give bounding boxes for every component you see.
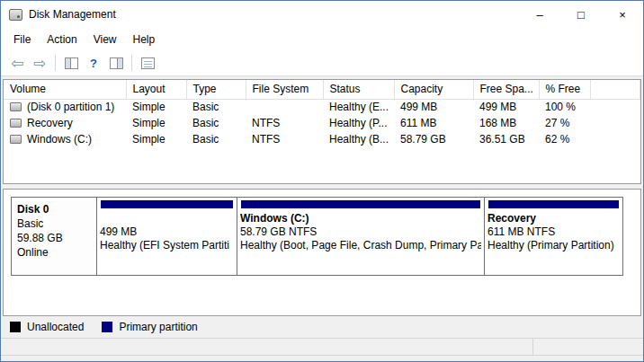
volume-icon bbox=[10, 102, 22, 111]
partition-efi[interactable]: 499 MB Healthy (EFI System Partiti bbox=[96, 197, 237, 276]
column-file-system[interactable]: File System bbox=[246, 80, 323, 99]
cell-type: Basic bbox=[186, 131, 246, 147]
status-bar bbox=[1, 338, 643, 356]
window-title: Disk Management bbox=[29, 8, 519, 21]
table-row[interactable]: (Disk 0 partition 1) Simple Basic Health… bbox=[4, 99, 640, 115]
cell-capacity: 611 MB bbox=[394, 115, 473, 131]
menu-view[interactable]: View bbox=[85, 31, 125, 49]
column-free-space[interactable]: Free Spa... bbox=[473, 80, 539, 99]
partition-recovery[interactable]: Recovery 611 MB NTFS Healthy (Primary Pa… bbox=[484, 197, 623, 276]
window-controls: – □ × bbox=[519, 1, 643, 28]
close-button[interactable]: × bbox=[602, 1, 643, 28]
disk-status: Online bbox=[17, 245, 91, 260]
cell-capacity: 499 MB bbox=[394, 99, 473, 115]
partition-title: Recovery bbox=[487, 212, 620, 225]
forward-icon: ⇨ bbox=[33, 56, 46, 71]
partition-title: Windows (C:) bbox=[240, 212, 481, 225]
partition-windows-c[interactable]: Windows (C:) 58.79 GB NTFS Healthy (Boot… bbox=[237, 197, 485, 276]
disk-size: 59.88 GB bbox=[17, 231, 91, 245]
table-row[interactable]: Recovery Simple Basic NTFS Healthy (P...… bbox=[4, 115, 640, 131]
legend-label: Unallocated bbox=[27, 321, 84, 333]
cell-pct-free: 27 % bbox=[539, 115, 590, 131]
cell-status: Healthy (E... bbox=[323, 99, 394, 115]
minimize-button[interactable]: – bbox=[519, 1, 560, 28]
disk-name: Disk 0 bbox=[17, 202, 91, 216]
cell-pct-free: 62 % bbox=[539, 131, 590, 147]
disk-management-window: Disk Management – □ × File Action View H… bbox=[0, 0, 644, 362]
cell-pct-free: 100 % bbox=[539, 99, 590, 115]
menu-bar: File Action View Help bbox=[1, 28, 643, 50]
cell-free-space: 168 MB bbox=[473, 115, 539, 131]
properties-button[interactable] bbox=[137, 53, 158, 73]
cell-filler bbox=[590, 115, 640, 131]
disk-management-app-icon bbox=[9, 9, 22, 21]
primary-partition-swatch bbox=[102, 322, 112, 332]
menu-action[interactable]: Action bbox=[39, 31, 85, 49]
cell-status: Healthy (P... bbox=[323, 115, 394, 131]
partition-size: 499 MB bbox=[100, 225, 234, 239]
cell-file-system bbox=[246, 99, 323, 115]
cell-filler bbox=[590, 99, 640, 115]
action-pane-icon bbox=[110, 57, 123, 69]
column-capacity[interactable]: Capacity bbox=[394, 80, 473, 99]
partition-status: Healthy (Primary Partition) bbox=[487, 239, 620, 252]
back-icon: ⇦ bbox=[11, 56, 23, 71]
volume-name: Windows (C:) bbox=[27, 133, 92, 146]
column-layout[interactable]: Layout bbox=[126, 80, 186, 99]
help-icon: ? bbox=[90, 57, 97, 70]
cell-type: Basic bbox=[186, 115, 246, 131]
legend-label: Primary partition bbox=[119, 321, 197, 333]
cell-type: Basic bbox=[186, 99, 246, 115]
column-filler bbox=[590, 80, 640, 99]
cell-status: Healthy (B... bbox=[323, 131, 394, 147]
cell-free-space: 499 MB bbox=[473, 99, 539, 115]
column-status[interactable]: Status bbox=[323, 80, 394, 99]
disk-0-row: Disk 0 Basic 59.88 GB Online 499 MB Heal… bbox=[11, 197, 633, 276]
menu-help[interactable]: Help bbox=[125, 31, 164, 49]
forward-button[interactable]: ⇨ bbox=[29, 53, 50, 73]
cell-capacity: 58.79 GB bbox=[394, 131, 473, 147]
title-bar: Disk Management – □ × bbox=[1, 1, 643, 28]
cell-filler bbox=[590, 131, 640, 147]
partition-color-bar bbox=[101, 200, 233, 208]
graphical-view-pane: Disk 0 Basic 59.88 GB Online 499 MB Heal… bbox=[3, 189, 641, 316]
volume-icon bbox=[10, 135, 22, 144]
show-action-pane-button[interactable] bbox=[105, 53, 127, 73]
console-tree-icon bbox=[65, 57, 78, 69]
volume-name: (Disk 0 partition 1) bbox=[27, 101, 114, 113]
partition-title bbox=[100, 212, 234, 225]
partition-color-bar bbox=[488, 200, 619, 208]
legend-bar: Unallocated Primary partition bbox=[1, 316, 643, 338]
column-type[interactable]: Type bbox=[186, 80, 246, 99]
partition-size: 58.79 GB NTFS bbox=[240, 225, 481, 239]
partition-size: 611 MB NTFS bbox=[487, 225, 620, 239]
partition-status: Healthy (EFI System Partiti bbox=[100, 239, 234, 252]
toolbar-separator bbox=[55, 55, 56, 71]
table-row[interactable]: Windows (C:) Simple Basic NTFS Healthy (… bbox=[4, 131, 640, 147]
volume-table-header: Volume Layout Type File System Status Ca… bbox=[4, 80, 640, 99]
volume-list-pane: Volume Layout Type File System Status Ca… bbox=[3, 79, 641, 184]
legend-primary-partition: Primary partition bbox=[102, 321, 197, 333]
toolbar-separator-2 bbox=[131, 55, 132, 71]
status-bar-right bbox=[533, 339, 643, 355]
cell-layout: Simple bbox=[126, 115, 186, 131]
cell-file-system: NTFS bbox=[246, 131, 323, 147]
status-bar-left bbox=[1, 339, 533, 355]
show-console-tree-button[interactable] bbox=[60, 53, 82, 73]
column-pct-free[interactable]: % Free bbox=[539, 80, 590, 99]
back-button[interactable]: ⇦ bbox=[6, 53, 28, 73]
volume-name: Recovery bbox=[27, 117, 73, 129]
unallocated-swatch bbox=[10, 322, 21, 332]
disk-type: Basic bbox=[17, 216, 91, 231]
menu-file[interactable]: File bbox=[5, 31, 39, 49]
disk-0-header[interactable]: Disk 0 Basic 59.88 GB Online bbox=[11, 197, 97, 276]
properties-icon bbox=[141, 57, 155, 69]
cell-free-space: 36.51 GB bbox=[473, 131, 539, 147]
maximize-button[interactable]: □ bbox=[560, 1, 602, 28]
toolbar: ⇦ ⇨ ? bbox=[1, 50, 643, 76]
cell-layout: Simple bbox=[126, 131, 186, 147]
help-button[interactable]: ? bbox=[83, 53, 104, 73]
column-volume[interactable]: Volume bbox=[4, 80, 126, 99]
partition-status: Healthy (Boot, Page File, Crash Dump, Pr… bbox=[240, 239, 481, 252]
cell-layout: Simple bbox=[126, 99, 186, 115]
